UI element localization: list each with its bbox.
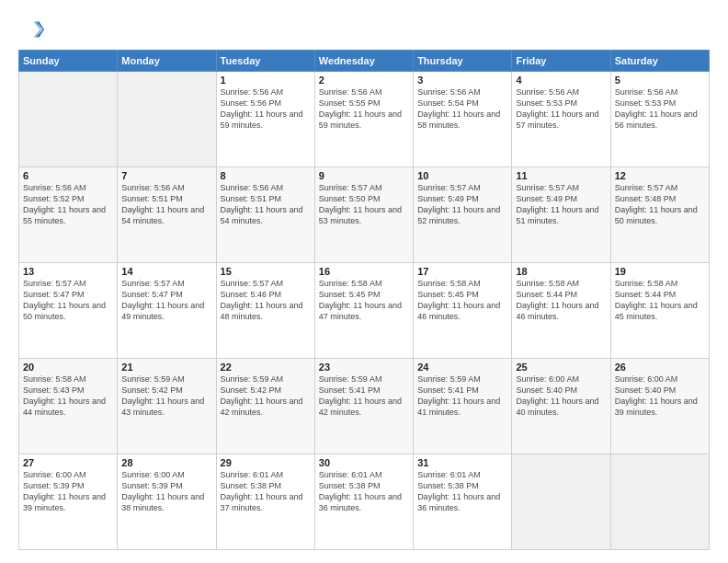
- calendar-cell-22: 22Sunrise: 5:59 AMSunset: 5:42 PMDayligh…: [216, 359, 314, 454]
- calendar-cell-1: 1Sunrise: 5:56 AMSunset: 5:56 PMDaylight…: [216, 72, 314, 167]
- weekday-header-wednesday: Wednesday: [314, 51, 413, 72]
- day-info: Sunrise: 6:01 AMSunset: 5:38 PMDaylight:…: [221, 469, 311, 514]
- day-info: Sunrise: 5:57 AMSunset: 5:46 PMDaylight:…: [221, 278, 311, 323]
- day-number: 23: [319, 362, 409, 373]
- weekday-header-friday: Friday: [512, 51, 610, 72]
- day-info: Sunrise: 6:00 AMSunset: 5:40 PMDaylight:…: [516, 373, 606, 419]
- day-number: 13: [23, 266, 113, 277]
- calendar-cell-12: 12Sunrise: 5:57 AMSunset: 5:48 PMDayligh…: [610, 167, 709, 263]
- day-number: 28: [121, 457, 211, 468]
- day-info: Sunrise: 5:57 AMSunset: 5:49 PMDaylight:…: [516, 182, 606, 227]
- day-number: 17: [417, 266, 507, 277]
- weekday-header-sunday: Sunday: [19, 51, 118, 72]
- header: [18, 17, 710, 42]
- calendar-cell-27: 27Sunrise: 6:00 AMSunset: 5:39 PMDayligh…: [19, 454, 118, 550]
- day-number: 22: [221, 362, 311, 373]
- day-info: Sunrise: 5:57 AMSunset: 5:47 PMDaylight:…: [23, 278, 113, 323]
- calendar-cell-16: 16Sunrise: 5:58 AMSunset: 5:45 PMDayligh…: [314, 263, 413, 359]
- day-info: Sunrise: 6:01 AMSunset: 5:38 PMDaylight:…: [417, 469, 507, 514]
- day-info: Sunrise: 6:00 AMSunset: 5:39 PMDaylight:…: [121, 469, 211, 514]
- calendar-cell-13: 13Sunrise: 5:57 AMSunset: 5:47 PMDayligh…: [19, 263, 118, 359]
- weekday-header-row: SundayMondayTuesdayWednesdayThursdayFrid…: [19, 51, 710, 72]
- day-number: 12: [615, 170, 705, 181]
- day-number: 14: [121, 266, 211, 277]
- calendar-week-4: 27Sunrise: 6:00 AMSunset: 5:39 PMDayligh…: [19, 454, 710, 550]
- day-info: Sunrise: 5:58 AMSunset: 5:45 PMDaylight:…: [319, 278, 409, 323]
- calendar-cell-4: 4Sunrise: 5:56 AMSunset: 5:53 PMDaylight…: [512, 72, 610, 167]
- calendar-cell-25: 25Sunrise: 6:00 AMSunset: 5:40 PMDayligh…: [512, 359, 610, 454]
- day-number: 8: [221, 170, 311, 181]
- day-number: 30: [319, 457, 409, 468]
- day-info: Sunrise: 5:57 AMSunset: 5:50 PMDaylight:…: [319, 182, 409, 227]
- day-number: 1: [221, 75, 311, 86]
- calendar-cell-empty: [512, 454, 610, 550]
- day-info: Sunrise: 5:56 AMSunset: 5:56 PMDaylight:…: [221, 86, 311, 132]
- calendar-week-1: 6Sunrise: 5:56 AMSunset: 5:52 PMDaylight…: [19, 167, 710, 263]
- day-number: 25: [516, 362, 606, 373]
- day-number: 2: [319, 75, 409, 86]
- calendar-cell-6: 6Sunrise: 5:56 AMSunset: 5:52 PMDaylight…: [19, 167, 118, 263]
- calendar-cell-8: 8Sunrise: 5:56 AMSunset: 5:51 PMDaylight…: [216, 167, 314, 263]
- calendar-cell-5: 5Sunrise: 5:56 AMSunset: 5:53 PMDaylight…: [610, 72, 709, 167]
- calendar-cell-11: 11Sunrise: 5:57 AMSunset: 5:49 PMDayligh…: [512, 167, 610, 263]
- weekday-header-thursday: Thursday: [414, 51, 512, 72]
- calendar-cell-2: 2Sunrise: 5:56 AMSunset: 5:55 PMDaylight…: [314, 72, 413, 167]
- day-info: Sunrise: 5:57 AMSunset: 5:48 PMDaylight:…: [615, 182, 705, 227]
- calendar-week-0: 1Sunrise: 5:56 AMSunset: 5:56 PMDaylight…: [19, 72, 710, 167]
- calendar-cell-24: 24Sunrise: 5:59 AMSunset: 5:41 PMDayligh…: [414, 359, 512, 454]
- day-number: 15: [221, 266, 311, 277]
- day-number: 5: [615, 75, 705, 86]
- calendar: SundayMondayTuesdayWednesdayThursdayFrid…: [18, 50, 710, 550]
- day-number: 11: [516, 170, 606, 181]
- logo-icon: [18, 17, 44, 42]
- day-number: 3: [417, 75, 507, 86]
- day-info: Sunrise: 5:56 AMSunset: 5:55 PMDaylight:…: [319, 86, 409, 132]
- day-info: Sunrise: 5:56 AMSunset: 5:51 PMDaylight:…: [121, 182, 211, 227]
- day-info: Sunrise: 5:56 AMSunset: 5:53 PMDaylight:…: [516, 86, 606, 132]
- day-number: 16: [319, 266, 409, 277]
- day-info: Sunrise: 5:59 AMSunset: 5:42 PMDaylight:…: [121, 373, 211, 419]
- day-number: 18: [516, 266, 606, 277]
- day-info: Sunrise: 5:58 AMSunset: 5:44 PMDaylight:…: [516, 278, 606, 323]
- day-info: Sunrise: 5:56 AMSunset: 5:52 PMDaylight:…: [23, 182, 113, 227]
- calendar-cell-23: 23Sunrise: 5:59 AMSunset: 5:41 PMDayligh…: [314, 359, 413, 454]
- calendar-cell-3: 3Sunrise: 5:56 AMSunset: 5:54 PMDaylight…: [414, 72, 512, 167]
- calendar-cell-empty: [118, 72, 216, 167]
- day-info: Sunrise: 5:59 AMSunset: 5:41 PMDaylight:…: [417, 373, 507, 419]
- calendar-cell-10: 10Sunrise: 5:57 AMSunset: 5:49 PMDayligh…: [414, 167, 512, 263]
- day-info: Sunrise: 5:58 AMSunset: 5:45 PMDaylight:…: [417, 278, 507, 323]
- calendar-cell-29: 29Sunrise: 6:01 AMSunset: 5:38 PMDayligh…: [216, 454, 314, 550]
- day-info: Sunrise: 5:59 AMSunset: 5:41 PMDaylight:…: [319, 373, 409, 419]
- calendar-cell-31: 31Sunrise: 6:01 AMSunset: 5:38 PMDayligh…: [414, 454, 512, 550]
- day-number: 6: [23, 170, 113, 181]
- day-number: 31: [417, 457, 507, 468]
- day-number: 19: [615, 266, 705, 277]
- day-info: Sunrise: 6:01 AMSunset: 5:38 PMDaylight:…: [319, 469, 409, 514]
- calendar-cell-19: 19Sunrise: 5:58 AMSunset: 5:44 PMDayligh…: [610, 263, 709, 359]
- day-number: 27: [23, 457, 113, 468]
- calendar-cell-9: 9Sunrise: 5:57 AMSunset: 5:50 PMDaylight…: [314, 167, 413, 263]
- day-number: 29: [221, 457, 311, 468]
- weekday-header-monday: Monday: [118, 51, 216, 72]
- weekday-header-tuesday: Tuesday: [216, 51, 314, 72]
- day-number: 24: [417, 362, 507, 373]
- calendar-week-3: 20Sunrise: 5:58 AMSunset: 5:43 PMDayligh…: [19, 359, 710, 454]
- calendar-cell-26: 26Sunrise: 6:00 AMSunset: 5:40 PMDayligh…: [610, 359, 709, 454]
- calendar-week-2: 13Sunrise: 5:57 AMSunset: 5:47 PMDayligh…: [19, 263, 710, 359]
- calendar-cell-17: 17Sunrise: 5:58 AMSunset: 5:45 PMDayligh…: [414, 263, 512, 359]
- day-number: 7: [121, 170, 211, 181]
- logo: [18, 17, 48, 42]
- day-number: 10: [417, 170, 507, 181]
- day-info: Sunrise: 5:58 AMSunset: 5:44 PMDaylight:…: [615, 278, 705, 323]
- day-info: Sunrise: 6:00 AMSunset: 5:40 PMDaylight:…: [615, 373, 705, 419]
- calendar-cell-empty: [610, 454, 709, 550]
- day-info: Sunrise: 5:56 AMSunset: 5:54 PMDaylight:…: [417, 86, 507, 132]
- day-info: Sunrise: 5:58 AMSunset: 5:43 PMDaylight:…: [23, 373, 113, 419]
- calendar-cell-7: 7Sunrise: 5:56 AMSunset: 5:51 PMDaylight…: [118, 167, 216, 263]
- weekday-header-saturday: Saturday: [610, 51, 709, 72]
- day-info: Sunrise: 6:00 AMSunset: 5:39 PMDaylight:…: [23, 469, 113, 514]
- calendar-cell-28: 28Sunrise: 6:00 AMSunset: 5:39 PMDayligh…: [118, 454, 216, 550]
- day-number: 9: [319, 170, 409, 181]
- day-number: 26: [615, 362, 705, 373]
- calendar-cell-15: 15Sunrise: 5:57 AMSunset: 5:46 PMDayligh…: [216, 263, 314, 359]
